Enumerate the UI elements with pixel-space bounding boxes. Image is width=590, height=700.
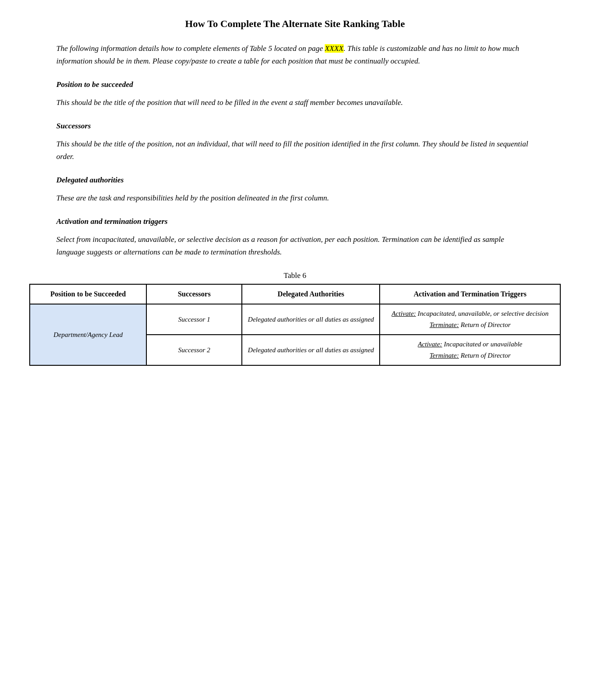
terminate-label-1: Terminate: [430, 321, 459, 328]
section-heading-4: Activation and termination triggers [56, 217, 534, 226]
intro-text-1: The following information details how to… [56, 44, 325, 53]
activation-cell-1: Activate: Incapacitated, unavailable, or… [380, 304, 560, 335]
ranking-table: Position to be Succeeded Successors Dele… [29, 284, 561, 366]
header-position: Position to be Succeeded [30, 284, 146, 304]
terminate-label-2: Terminate: [430, 352, 459, 359]
position-cell-1: Department/Agency Lead [30, 304, 146, 365]
header-activation: Activation and Termination Triggers [380, 284, 560, 304]
section-body-1: This should be the title of the position… [56, 96, 534, 109]
header-successors: Successors [146, 284, 242, 304]
terminate-text-2: Terminate: Return of Director [385, 352, 555, 359]
main-title: How To Complete The Alternate Site Ranki… [29, 18, 561, 30]
successor-cell-2: Successor 2 [146, 335, 242, 365]
delegated-cell-2: Delegated authorities or all duties as a… [242, 335, 380, 365]
page-container: How To Complete The Alternate Site Ranki… [29, 18, 561, 366]
table-row: Department/Agency Lead Successor 1 Deleg… [30, 304, 560, 335]
table-header-row: Position to be Succeeded Successors Dele… [30, 284, 560, 304]
terminate-text-1: Terminate: Return of Director [385, 321, 555, 329]
terminate-body-1: Return of Director [459, 321, 511, 328]
section-body-3: These are the task and responsibilities … [56, 192, 534, 205]
activate-text-1: Activate: Incapacitated, unavailable, or… [385, 310, 555, 318]
section-heading-3: Delegated authorities [56, 176, 534, 185]
intro-paragraph: The following information details how to… [56, 42, 534, 68]
activation-cell-2: Activate: Incapacitated or unavailable T… [380, 335, 560, 365]
delegated-cell-1: Delegated authorities or all duties as a… [242, 304, 380, 335]
section-heading-1: Position to be succeeded [56, 80, 534, 89]
successor-cell-1: Successor 1 [146, 304, 242, 335]
activate-body-1: Incapacitated, unavailable, or selective… [416, 310, 549, 317]
activate-text-2: Activate: Incapacitated or unavailable [385, 341, 555, 348]
activate-label-2: Activate: [418, 341, 442, 348]
activate-body-2: Incapacitated or unavailable [442, 341, 522, 348]
activate-label-1: Activate: [391, 310, 416, 317]
section-body-2: This should be the title of the position… [56, 138, 534, 163]
intro-highlight: XXXX [325, 44, 344, 53]
section-body-4: Select from incapacitated, unavailable, … [56, 233, 534, 259]
terminate-body-2: Return of Director [459, 352, 511, 359]
table-label: Table 6 [29, 271, 561, 280]
header-delegated: Delegated Authorities [242, 284, 380, 304]
section-heading-2: Successors [56, 122, 534, 131]
